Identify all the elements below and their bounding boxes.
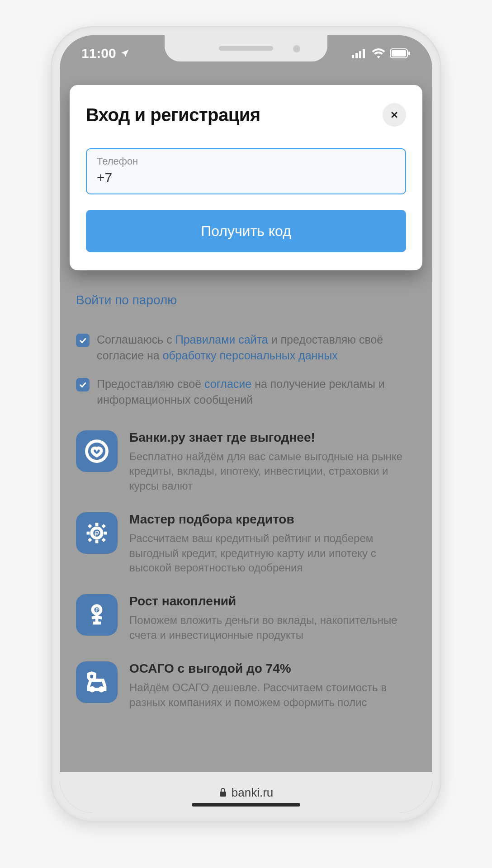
modal-title: Вход и регистрация: [86, 105, 260, 125]
feature-desc: Бесплатно найдём для вас самые выгодные …: [129, 449, 416, 493]
close-icon: [390, 110, 399, 119]
location-icon: [120, 48, 130, 58]
personal-data-link[interactable]: обработку персональных данных: [163, 349, 338, 362]
svg-rect-14: [220, 792, 226, 797]
consent-rules: Соглашаюсь с Правилами сайта и предостав…: [76, 332, 416, 363]
feature-item: ОСАГО с выгодой до 74% Найдём ОСАГО деше…: [76, 661, 416, 710]
phone-field[interactable]: Телефон: [86, 148, 406, 194]
login-with-password-link[interactable]: Войти по паролю: [76, 293, 416, 307]
lock-icon: [219, 788, 227, 797]
get-code-button[interactable]: Получить код: [86, 210, 406, 252]
feature-desc: Рассчитаем ваш кредитный рейтинг и подбе…: [129, 531, 416, 575]
feature-title: ОСАГО с выгодой до 74%: [129, 661, 416, 676]
feature-desc: Поможем вложить деньги во вклады, накопи…: [129, 613, 416, 642]
consent-rules-checkbox[interactable]: [76, 334, 90, 347]
login-modal: Вход и регистрация Телефон Получить код: [70, 85, 422, 270]
marketing-consent-link[interactable]: согласие: [204, 377, 251, 390]
svg-point-12: [91, 688, 94, 691]
consent-text: Предоставляю своё: [97, 377, 204, 390]
feature-item: ₽ Рост накоплений Поможем вложить деньги…: [76, 594, 416, 642]
status-time: 11:00: [81, 46, 116, 61]
heart-icon: [76, 430, 118, 472]
svg-rect-5: [392, 50, 406, 57]
svg-rect-6: [408, 52, 410, 55]
site-rules-link[interactable]: Правилами сайта: [175, 333, 268, 346]
cellular-icon: [352, 48, 367, 58]
notch: [165, 35, 327, 61]
browser-address-bar[interactable]: banki.ru: [60, 772, 432, 813]
feature-desc: Найдём ОСАГО дешевле. Рассчитаем стоимос…: [129, 680, 416, 710]
feature-title: Мастер подбора кредитов: [129, 512, 416, 527]
svg-rect-0: [352, 55, 354, 58]
svg-rect-1: [355, 53, 358, 58]
close-button[interactable]: [383, 103, 406, 127]
growth-icon: ₽: [76, 594, 118, 636]
svg-text:₽: ₽: [95, 530, 99, 538]
wifi-icon: [372, 48, 385, 58]
consent-marketing: Предоставляю своё согласие на получение …: [76, 376, 416, 408]
home-indicator[interactable]: [192, 803, 300, 807]
battery-icon: [390, 48, 411, 58]
svg-rect-2: [359, 51, 361, 58]
phone-input[interactable]: [97, 170, 395, 185]
car-shield-icon: [76, 661, 118, 703]
consent-marketing-checkbox[interactable]: [76, 378, 90, 392]
feature-item: Банки.ру знает где выгоднее! Бесплатно н…: [76, 430, 416, 493]
phone-frame: 11:00: [52, 27, 440, 821]
svg-rect-3: [363, 49, 365, 58]
feature-title: Банки.ру знает где выгоднее!: [129, 430, 416, 445]
browser-domain: banki.ru: [232, 786, 274, 800]
consent-text: Соглашаюсь с: [97, 333, 175, 346]
svg-point-13: [100, 688, 103, 691]
phone-label: Телефон: [97, 156, 395, 167]
feature-title: Рост накоплений: [129, 594, 416, 609]
svg-text:₽: ₽: [95, 608, 99, 613]
gear-ruble-icon: ₽: [76, 512, 118, 554]
feature-item: ₽ Мастер подбора кредитов Рассчитаем ваш…: [76, 512, 416, 575]
